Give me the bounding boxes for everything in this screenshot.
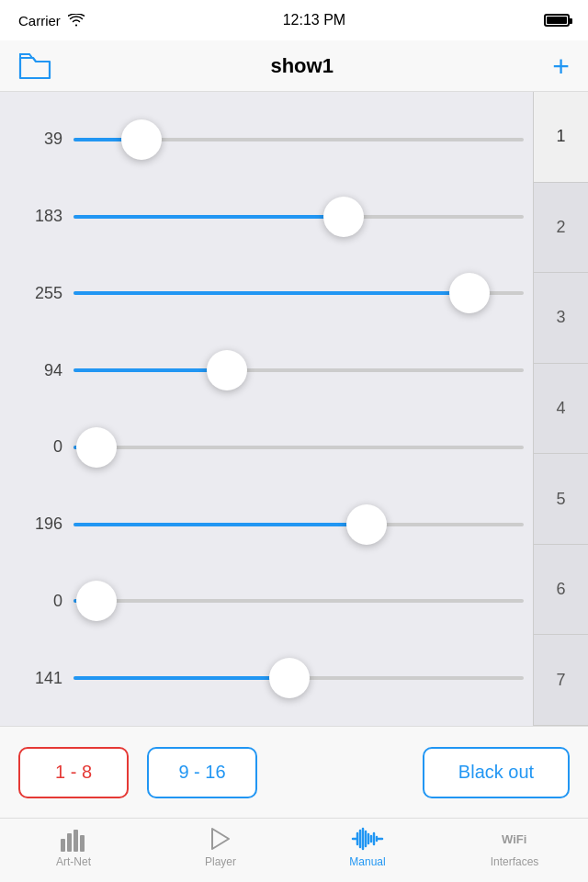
slider-track-7 <box>74 599 524 603</box>
blackout-button[interactable]: Black out <box>423 747 570 798</box>
slider-fill-8 <box>74 676 289 680</box>
slider-row-5: 0 <box>0 411 533 484</box>
slider-1[interactable] <box>74 121 524 158</box>
svg-rect-3 <box>80 835 85 852</box>
status-time: 12:13 PM <box>283 12 345 28</box>
slider-6[interactable] <box>74 506 524 543</box>
side-number-5[interactable]: 5 <box>534 454 588 545</box>
svg-rect-0 <box>61 839 65 852</box>
tab-artnet[interactable]: Art-Net <box>0 826 147 868</box>
slider-row-2: 183 <box>0 180 533 254</box>
slider-7[interactable] <box>74 582 524 619</box>
slider-4[interactable] <box>74 352 524 389</box>
tab-label-artnet: Art-Net <box>56 855 91 868</box>
slider-row-1: 39 <box>0 103 533 176</box>
artnet-icon <box>59 826 88 852</box>
slider-value-7: 0 <box>18 592 74 611</box>
slider-thumb-4[interactable] <box>207 350 247 390</box>
add-button[interactable]: + <box>552 51 570 81</box>
slider-value-6: 196 <box>18 514 74 534</box>
slider-2[interactable] <box>74 198 524 235</box>
slider-value-8: 141 <box>18 669 74 688</box>
slider-value-5: 0 <box>18 437 74 457</box>
side-number-7[interactable]: 7 <box>534 635 588 726</box>
slider-fill-2 <box>74 215 344 219</box>
folder-icon[interactable] <box>18 52 51 80</box>
slider-thumb-5[interactable] <box>76 427 117 468</box>
slider-row-4: 94 <box>0 334 533 407</box>
side-numbers: 1234567 <box>533 92 588 726</box>
slider-row-8: 141 <box>0 641 533 715</box>
sliders-area: 391832559401960141 <box>0 92 533 726</box>
slider-value-4: 94 <box>18 361 74 380</box>
slider-fill-3 <box>74 291 469 295</box>
slider-5[interactable] <box>74 429 524 466</box>
slider-value-1: 39 <box>18 130 74 149</box>
slider-track-5 <box>74 446 524 449</box>
svg-text:WiFi: WiFi <box>502 832 526 846</box>
tab-label-manual: Manual <box>349 855 385 868</box>
slider-thumb-3[interactable] <box>449 273 490 313</box>
tab-wifi[interactable]: WiFi Interfaces <box>441 826 588 868</box>
slider-thumb-8[interactable] <box>269 658 310 698</box>
status-left: Carrier <box>18 13 85 28</box>
page-buttons-bar: 1 - 8 9 - 16 Black out <box>0 726 588 818</box>
tab-manual[interactable]: Manual <box>294 826 441 868</box>
battery-icon <box>544 14 570 27</box>
side-number-3[interactable]: 3 <box>534 273 588 364</box>
slider-value-3: 255 <box>18 284 74 303</box>
slider-thumb-6[interactable] <box>346 504 387 545</box>
svg-rect-1 <box>67 833 72 852</box>
side-number-1[interactable]: 1 <box>534 92 588 183</box>
tab-player[interactable]: Player <box>147 826 294 868</box>
main-content: 391832559401960141 1234567 <box>0 92 588 726</box>
wifi-icon: WiFi <box>500 826 529 852</box>
page-1-8-button[interactable]: 1 - 8 <box>18 747 129 798</box>
tab-bar: Art-Net Player Manual WiFi Interfaces <box>0 818 588 882</box>
slider-row-7: 0 <box>0 564 533 638</box>
side-number-2[interactable]: 2 <box>534 183 588 274</box>
page-title: show1 <box>270 54 333 78</box>
slider-row-3: 255 <box>0 256 533 330</box>
side-number-4[interactable]: 4 <box>534 364 588 455</box>
carrier-label: Carrier <box>18 13 61 28</box>
header: show1 + <box>0 40 588 92</box>
player-icon <box>210 826 231 852</box>
svg-rect-2 <box>74 830 78 852</box>
status-bar: Carrier 12:13 PM <box>0 0 588 40</box>
wifi-status-icon <box>68 14 85 27</box>
side-number-6[interactable]: 6 <box>534 545 588 636</box>
slider-fill-6 <box>74 523 367 526</box>
tab-label-player: Player <box>205 855 236 868</box>
page-9-16-button[interactable]: 9 - 16 <box>147 747 257 798</box>
slider-thumb-1[interactable] <box>121 119 162 160</box>
slider-thumb-7[interactable] <box>76 581 117 621</box>
slider-3[interactable] <box>74 275 524 311</box>
slider-fill-4 <box>74 368 227 372</box>
slider-8[interactable] <box>74 660 524 696</box>
slider-row-6: 196 <box>0 488 533 561</box>
status-right <box>544 14 570 27</box>
slider-value-2: 183 <box>18 207 74 226</box>
slider-thumb-2[interactable] <box>323 197 364 237</box>
manual-icon <box>351 826 384 852</box>
tab-label-wifi: Interfaces <box>491 855 539 868</box>
